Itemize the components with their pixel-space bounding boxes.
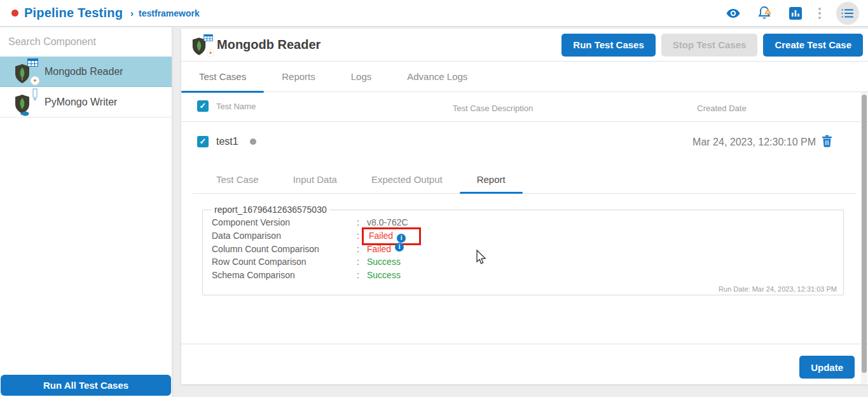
page-title: Mongodb Reader [217,37,320,52]
column-header-test-name: Test Name [216,102,256,111]
run-all-test-cases-button[interactable]: Run All Test Cases [1,375,171,396]
breadcrumb[interactable]: testframework [139,8,200,18]
top-bar: Pipeline Testing › testframework [0,0,868,27]
column-count-value: Failed [367,243,391,256]
breadcrumb-chevron-icon: › [130,8,134,18]
run-test-cases-button[interactable]: Run Test Cases [561,34,655,57]
pen-overlay-icon [32,88,38,104]
sidebar-item-mongodb-reader[interactable]: ✦ Mongodb Reader [0,57,172,87]
subtab-input-data[interactable]: Input Data [276,165,354,193]
main-panel: ✦ Mongodb Reader Run Test Cases Stop Tes… [181,29,868,384]
component-title-icon: ✦ [191,34,210,56]
report-row-column-count: Column Count Comparison : Failedi [212,243,836,256]
created-date-value: Mar 24, 2023, 12:30:10 PM [692,137,816,148]
report-legend: report_16796412636575030 [212,205,329,215]
row-checkbox[interactable]: ✓ [197,136,209,147]
info-icon[interactable]: i [395,243,404,252]
search-component-input[interactable] [0,27,172,57]
column-header-created-date: Created Date [652,104,792,113]
schema-comparison-value: Success [367,269,401,282]
star-badge-icon: ✦ [207,50,214,57]
test-case-subtabs: Test Case Input Data Expected Output Rep… [193,165,857,194]
table-overlay-icon [203,32,213,44]
tab-advance-logs[interactable]: Advance Logs [389,62,485,91]
run-date: Run Date: Mar 24, 2023, 12:31:03 PM [719,285,837,293]
vertical-scrollbar[interactable] [861,92,867,384]
component-sidebar: ✦ Mongodb Reader PyMongo Writer Run All … [0,27,172,397]
bar-chart-icon[interactable] [788,6,803,21]
main-tabs: Test Cases Reports Logs Advance Logs [181,62,868,92]
subtab-test-case[interactable]: Test Case [199,165,276,193]
report-row-component-version: Component Version : v8.0-762C [212,216,836,229]
table-row: ✓ test1 Mar 24, 2023, 12:30:10 PM [181,122,868,160]
fish-badge-icon [20,108,29,119]
star-badge-icon: ✦ [31,76,39,85]
tab-reports[interactable]: Reports [264,62,333,91]
subtab-expected-output[interactable]: Expected Output [354,165,460,193]
table-header: ✓ Test Name Test Case Description Create… [181,92,868,122]
eye-icon[interactable] [726,6,741,21]
sidebar-item-pymongo-writer[interactable]: PyMongo Writer [0,87,172,118]
delete-icon[interactable] [822,135,832,150]
report-panel: report_16796412636575030 Component Versi… [202,205,844,295]
row-count-value: Success [367,255,401,269]
footer-divider [181,344,868,344]
menu-list-icon[interactable] [836,2,859,25]
sidebar-item-label: PyMongo Writer [45,97,117,108]
report-row-schema: Schema Comparison : Success [212,269,836,282]
table-overlay-icon [27,58,38,69]
more-vertical-icon[interactable] [818,8,821,19]
sidebar-item-label: Mongodb Reader [45,66,123,77]
create-test-case-button[interactable]: Create Test Case [763,34,863,57]
info-icon[interactable]: i [397,234,406,243]
data-comparison-value: Failed [369,231,393,241]
tab-logs[interactable]: Logs [333,62,390,91]
component-header: ✦ Mongodb Reader Run Test Cases Stop Tes… [181,29,868,62]
mongodb-reader-icon: ✦ [14,60,36,84]
status-dot-icon [250,138,256,145]
test-case-name[interactable]: test1 [216,136,238,147]
update-button[interactable]: Update [799,356,855,379]
stop-test-cases-button[interactable]: Stop Test Cases [661,34,758,57]
tab-test-cases[interactable]: Test Cases [181,62,264,91]
column-header-description: Test Case Description [397,104,588,113]
notification-bell-icon[interactable] [756,5,773,22]
scrollbar-thumb[interactable] [862,95,867,373]
select-all-checkbox[interactable]: ✓ [197,100,209,112]
pymongo-writer-icon [14,90,36,114]
subtab-report[interactable]: Report [460,165,523,193]
app-title: Pipeline Testing [24,6,123,20]
report-row-data-comparison: Data Comparison : Failedi [212,229,836,243]
brand-dot-icon [11,10,18,17]
report-row-row-count: Row Count Comparison : Success [212,255,836,269]
